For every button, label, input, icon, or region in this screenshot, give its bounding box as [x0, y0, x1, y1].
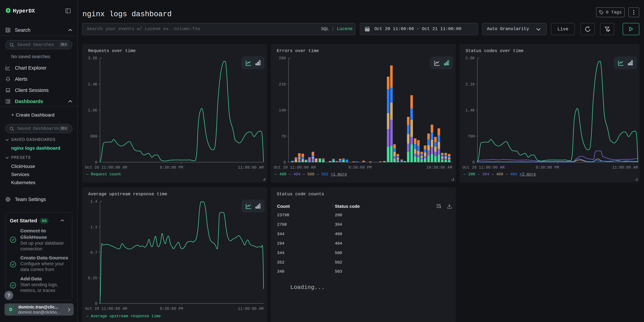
svg-text:0: 0 [95, 160, 97, 165]
svg-text:1.4K: 1.4K [466, 108, 475, 113]
svg-text:700: 700 [468, 134, 475, 139]
svg-text:0: 0 [284, 160, 286, 165]
svg-text:Oct 20 11:00:00 AM: Oct 20 11:00:00 AM [85, 166, 127, 170]
svg-text:2.4K: 2.4K [88, 82, 97, 87]
svg-text:0.35: 0.35 [88, 276, 97, 280]
svg-text:9:30:00 PM: 9:30:00 PM [536, 166, 559, 170]
svg-text:10:30:00 AM: 10:30:00 AM [426, 166, 452, 170]
svg-text:1.1: 1.1 [90, 225, 97, 230]
svg-text:2.1K: 2.1K [466, 82, 475, 87]
svg-text:11:00:00 AM: 11:00:00 AM [238, 166, 264, 170]
svg-text:140: 140 [279, 108, 286, 113]
svg-text:11:00:00 AM: 11:00:00 AM [612, 166, 638, 170]
svg-text:0: 0 [95, 302, 97, 306]
svg-text:9:30:00 PM: 9:30:00 PM [160, 307, 183, 311]
svg-text:1.6K: 1.6K [88, 108, 97, 113]
svg-text:1.4: 1.4 [90, 200, 97, 204]
svg-text:2.8K: 2.8K [466, 56, 475, 60]
svg-text:11:00:00 AM: 11:00:00 AM [238, 307, 264, 311]
svg-text:Oct 20 11:00:00 AM: Oct 20 11:00:00 AM [274, 166, 316, 170]
svg-text:800: 800 [90, 134, 97, 139]
svg-text:9:30:00 PM: 9:30:00 PM [160, 166, 183, 170]
svg-text:Oct 20 11:00:00 AM: Oct 20 11:00:00 AM [462, 166, 504, 170]
svg-text:3.2K: 3.2K [88, 56, 97, 60]
svg-text:210: 210 [279, 82, 286, 87]
svg-text:Oct 20 11:00:00 AM: Oct 20 11:00:00 AM [85, 307, 127, 311]
svg-text:70: 70 [281, 134, 286, 139]
svg-text:0.7: 0.7 [90, 250, 97, 255]
svg-text:9:30:00 PM: 9:30:00 PM [348, 166, 372, 170]
svg-text:280: 280 [279, 56, 286, 60]
svg-text:0: 0 [472, 160, 475, 165]
